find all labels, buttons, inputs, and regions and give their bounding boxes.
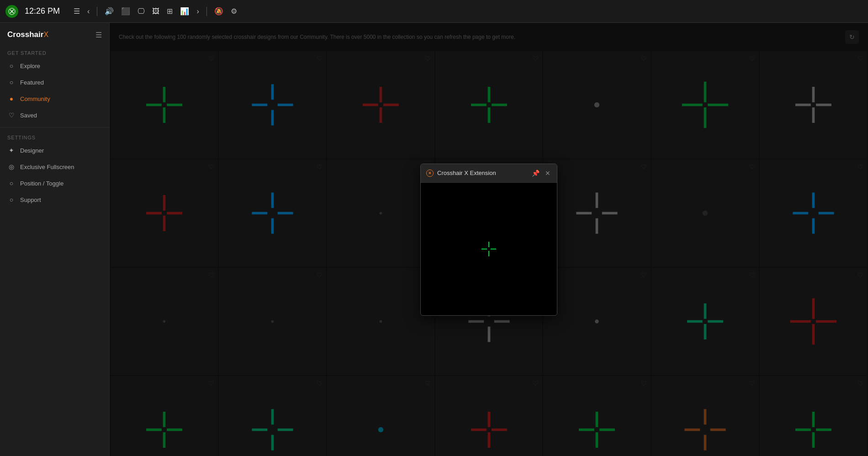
settings-icon[interactable]: ⚙: [229, 5, 239, 17]
explore-icon: ○: [7, 62, 16, 70]
modal-title: Crosshair X Extension: [437, 170, 496, 176]
logo: CrosshairX: [7, 30, 48, 39]
extension-modal: ✕ Crosshair X Extension 📌 ✕: [420, 164, 557, 316]
sidebar-item-support-label: Support: [20, 196, 41, 203]
sidebar-logo-area: CrosshairX ☰: [0, 30, 109, 47]
modal-body: [421, 183, 557, 315]
sidebar-item-explore[interactable]: ○ Explore: [0, 58, 109, 74]
chart-icon[interactable]: 📊: [178, 5, 191, 17]
logo-x: X: [43, 31, 48, 38]
sidebar-item-saved[interactable]: ♡ Saved: [0, 107, 109, 123]
modal-header: ✕ Crosshair X Extension 📌 ✕: [421, 164, 557, 183]
xbox-icon[interactable]: [5, 5, 18, 18]
taskbar-time: 12:26 PM: [25, 6, 60, 16]
community-icon: ●: [7, 95, 16, 103]
binocular-icon[interactable]: ⊞: [165, 5, 175, 17]
divider2: [206, 7, 207, 16]
sidebar-item-designer[interactable]: ✦ Designer: [0, 142, 109, 159]
saved-icon: ♡: [7, 111, 16, 119]
sidebar-item-featured[interactable]: ○ Featured: [0, 74, 109, 90]
volume-icon[interactable]: 🔊: [103, 5, 116, 17]
modal-logo: ✕: [426, 170, 434, 177]
sidebar-item-position-label: Position / Toggle: [20, 180, 64, 187]
more-icon[interactable]: ›: [195, 5, 201, 17]
taskbar-icon-group: ☰ ‹ 🔊 ⬛ 🖵 🖼 ⊞ 📊 › 🔕 ⚙: [72, 5, 239, 17]
modal-action-buttons: 📌 ✕: [531, 169, 551, 178]
sidebar-item-exclusive-fullscreen[interactable]: ◎ Exclusive Fullscreen: [0, 159, 109, 175]
modal-crosshair-preview: [475, 235, 503, 263]
position-icon: ○: [7, 179, 16, 187]
sidebar-item-community[interactable]: ● Community: [0, 90, 109, 107]
fullscreen-icon: ◎: [7, 163, 16, 171]
settings-label: Settings: [0, 131, 109, 142]
display-icon[interactable]: 🖵: [136, 5, 147, 17]
modal-close-button[interactable]: ✕: [544, 169, 551, 178]
logo-text: Crosshair: [7, 30, 43, 39]
sidebar-item-explore-label: Explore: [20, 63, 40, 69]
sidebar-item-community-label: Community: [20, 95, 50, 102]
sidebar-separator: [0, 127, 109, 127]
modal-overlay[interactable]: ✕ Crosshair X Extension 📌 ✕: [110, 23, 868, 456]
gallery-icon[interactable]: 🖼: [150, 5, 161, 17]
main-content: Check out the following 100 randomly sel…: [110, 23, 868, 456]
sidebar-item-support[interactable]: ○ Support: [0, 191, 109, 208]
modal-pin-button[interactable]: 📌: [531, 169, 540, 178]
support-icon: ○: [7, 196, 16, 204]
designer-icon: ✦: [7, 146, 16, 154]
sidebar-item-fullscreen-label: Exclusive Fullscreen: [20, 164, 74, 170]
sidebar-item-position-toggle[interactable]: ○ Position / Toggle: [0, 175, 109, 191]
record-icon[interactable]: ⬛: [119, 5, 132, 17]
divider: [97, 7, 97, 16]
sidebar-item-designer-label: Designer: [20, 147, 44, 154]
sidebar-toggle-icon[interactable]: ☰: [95, 31, 102, 39]
app-container: CrosshairX ☰ Get Started ○ Explore ○ Fea…: [0, 23, 868, 456]
featured-icon: ○: [7, 78, 16, 86]
sidebar: CrosshairX ☰ Get Started ○ Explore ○ Fea…: [0, 23, 110, 456]
mute-icon[interactable]: 🔕: [212, 5, 225, 17]
menu-icon[interactable]: ☰: [72, 5, 82, 17]
back-icon[interactable]: ‹: [85, 5, 91, 17]
modal-title-group: ✕ Crosshair X Extension: [426, 170, 496, 177]
sidebar-item-saved-label: Saved: [20, 112, 37, 119]
get-started-label: Get Started: [0, 47, 109, 58]
taskbar: 12:26 PM ☰ ‹ 🔊 ⬛ 🖵 🖼 ⊞ 📊 › 🔕 ⚙: [0, 0, 868, 23]
sidebar-item-featured-label: Featured: [20, 79, 44, 86]
